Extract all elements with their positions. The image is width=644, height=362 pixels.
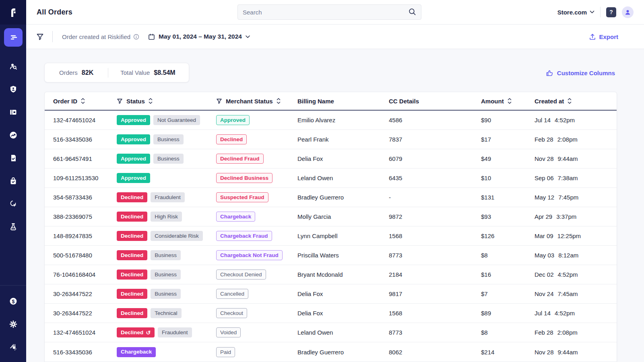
created-at-cell: Feb 282:08pm (535, 136, 617, 143)
export-button[interactable]: Export (589, 33, 618, 40)
status-cell: DeclinedBusiness (117, 250, 216, 260)
created-at-cell: May 127:45pm (535, 194, 617, 201)
column-header-status[interactable]: Status (117, 98, 216, 105)
column-header-cc-details: CC Details (389, 98, 481, 105)
column-header-merchant-status[interactable]: Merchant Status (216, 98, 297, 105)
amount-cell: $49 (481, 155, 535, 162)
sidebar-item-settings[interactable] (4, 315, 23, 333)
customize-columns-label: Customize Columns (557, 70, 615, 76)
user-search-icon (9, 62, 18, 71)
table-row[interactable]: 388-23369075DeclinedHigh RiskChargebackM… (45, 207, 617, 226)
status-badge: Declined (117, 269, 147, 280)
billing-name-cell: Emilio Alvarez (297, 117, 389, 123)
sort-icon[interactable] (568, 98, 572, 104)
merchant-status-badge: Chargeback (216, 212, 255, 222)
table-row[interactable]: 132-474651024Declined↺FraudulentVoidedLe… (45, 323, 617, 342)
created-time: 12:25pm (557, 232, 581, 239)
table-body: 132-474651024ApprovedNot GuaranteedAppro… (45, 111, 617, 362)
riskified-logo-glyph (8, 7, 18, 18)
merchant-status-badge: Approved (216, 115, 250, 125)
table-row[interactable]: 30-263447522DeclinedBusinessCancelledDel… (45, 284, 617, 304)
user-avatar-icon[interactable] (622, 6, 634, 18)
sidebar-item-review[interactable] (4, 57, 23, 76)
column-header-amount[interactable]: Amount (481, 98, 535, 105)
column-header-created-at[interactable]: Created at (535, 98, 617, 105)
status-badge: Declined (117, 231, 147, 241)
cc-details-cell: 1568 (389, 310, 481, 317)
filter-field-label: Order created at Riskified (62, 33, 130, 40)
filter-field[interactable]: Order created at Riskified (62, 33, 139, 40)
table-row[interactable]: 148-89247835DeclinedConsiderable RiskCha… (45, 226, 617, 246)
table-row[interactable]: 354-58733436DeclinedFraudulentSuspected … (45, 188, 617, 207)
created-date: Jul 14 (535, 117, 551, 123)
sort-icon[interactable] (149, 98, 153, 104)
order-id-cell: 76-1046168404 (45, 271, 117, 278)
date-range-picker[interactable]: May 01, 2024 – May 31, 2024 (148, 33, 250, 40)
created-at-cell: Jul 144:52pm (535, 117, 617, 123)
created-date: Feb 28 (535, 329, 553, 336)
sidebar-item-lab[interactable] (4, 218, 23, 236)
status-cell: DeclinedHigh Risk (117, 212, 216, 222)
customize-columns-icon (546, 69, 553, 77)
sort-icon[interactable] (508, 98, 512, 104)
status-cell: Declined↺Fraudulent (117, 327, 216, 337)
order-id-cell: 516-33435036 (45, 136, 117, 143)
created-date: Feb 28 (535, 136, 553, 143)
customize-columns-button[interactable]: Customize Columns (546, 69, 615, 77)
status-cell: ApprovedNot Guaranteed (117, 115, 216, 125)
sidebar-item-billing[interactable]: $ (4, 292, 23, 311)
table-row[interactable]: 500-51678480DeclinedBusinessChargeback N… (45, 246, 617, 265)
table-row[interactable]: 661-96457491ApprovedBusinessDeclined Fra… (45, 149, 617, 169)
filter-funnel-icon[interactable] (36, 33, 44, 41)
created-at-cell: Nov 247:45am (535, 290, 617, 297)
created-time: 8:12am (558, 252, 578, 259)
performance-trend-icon (9, 131, 18, 140)
column-label: Created at (535, 98, 564, 105)
order-id-cell: 500-51678480 (45, 252, 117, 259)
sort-icon[interactable] (81, 98, 85, 104)
lab-flask-icon (9, 222, 18, 231)
table-row[interactable]: 30-263447522DeclinedTechnicalCheckoutDel… (45, 304, 617, 323)
search-icon[interactable] (408, 8, 417, 18)
sidebar-item-integrations[interactable] (4, 338, 23, 356)
merchant-status-badge: Paid (216, 347, 235, 357)
column-filter-icon[interactable] (216, 98, 222, 104)
merchant-status-badge: Cancelled (216, 289, 248, 299)
cc-details-cell: 1568 (389, 232, 481, 239)
sort-icon[interactable] (277, 98, 281, 104)
filter-bar: Order created at Riskified May 01, 2024 … (26, 25, 644, 49)
merchant-status-cell: Voided (216, 327, 297, 337)
bag-check-icon (9, 177, 18, 185)
sidebar-item-protection[interactable] (4, 80, 23, 99)
sidebar-item-sessions[interactable] (4, 195, 23, 213)
sidebar-item-payments[interactable] (4, 103, 23, 121)
merchant-status-cell: Checkout Denied (216, 269, 297, 280)
sidebar-item-orders[interactable] (4, 28, 23, 47)
created-at-cell: Nov 289:44am (535, 155, 617, 162)
column-filter-icon[interactable] (117, 98, 123, 104)
table-row[interactable]: 76-1046168404DeclinedBusinessCheckout De… (45, 265, 617, 284)
sidebar-item-policies[interactable] (4, 149, 23, 167)
sidebar-item-store[interactable] (4, 172, 23, 190)
risk-chip: Business (153, 154, 184, 164)
store-selector[interactable]: Store.com (557, 9, 594, 16)
created-date: Nov 28 (535, 155, 554, 162)
created-time: 3:37pm (556, 213, 576, 220)
sidebar-item-performance[interactable] (4, 126, 23, 144)
merchant-status-cell: Chargeback Fraud (216, 231, 297, 241)
table-row[interactable]: 109-6112513530ApprovedDeclined BusinessL… (45, 169, 617, 188)
risk-chip: Fraudulent (151, 192, 185, 202)
search-input[interactable] (237, 4, 421, 20)
table-row[interactable]: 516-33435036ChargebackPaidBradley Guerre… (45, 342, 617, 362)
billing-name-cell: Delia Fox (297, 290, 389, 297)
order-id-cell: 30-263447522 (45, 310, 117, 317)
created-date: May 12 (535, 194, 554, 201)
table-row[interactable]: 516-33435036ApprovedBusinessDeclinedPear… (45, 130, 617, 149)
merchant-status-badge: Declined Business (216, 173, 272, 183)
help-icon[interactable]: ? (606, 7, 616, 17)
status-cell: DeclinedTechnical (117, 308, 216, 318)
info-icon[interactable] (133, 34, 139, 40)
riskified-logo[interactable] (0, 0, 26, 25)
table-row[interactable]: 132-474651024ApprovedNot GuaranteedAppro… (45, 111, 617, 130)
column-header-order-id[interactable]: Order ID (45, 98, 117, 105)
